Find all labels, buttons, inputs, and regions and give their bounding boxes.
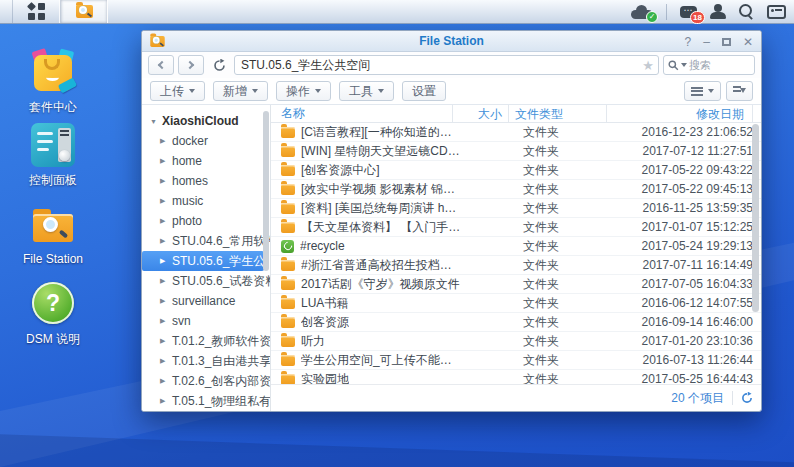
chevron-right-icon[interactable]: ▶ [160, 197, 172, 205]
sidebar-item[interactable]: ▶STU.05.6_试卷资料下载 [142, 271, 270, 291]
caret-down-icon [252, 89, 258, 93]
sidebar-item[interactable]: ▶STU.04.6_常用软件 [142, 231, 270, 251]
create-button[interactable]: 新增 [213, 81, 268, 101]
maximize-icon[interactable] [722, 38, 731, 46]
sidebar-item[interactable]: ▶T.01.2_教师软件资源区 [142, 331, 270, 351]
window-icon [150, 36, 164, 47]
user-account-button[interactable] [710, 4, 726, 19]
file-row[interactable]: 听力文件夹2017-01-20 23:10:36 [271, 332, 761, 351]
file-name: [创客资源中心] [301, 162, 380, 179]
list-view-icon [691, 87, 703, 96]
chevron-right-icon[interactable]: ▶ [160, 157, 172, 165]
notifications-button[interactable]: ⋯ 18 [680, 6, 697, 18]
desktop-icon-control-panel[interactable]: 控制面板 [10, 123, 96, 189]
sidebar-item[interactable]: ▶T.01.3_自由港共享空间 [142, 351, 270, 371]
forward-button[interactable] [178, 55, 204, 75]
favorite-star-icon[interactable]: ★ [642, 58, 654, 73]
list-refresh-button[interactable] [741, 392, 753, 404]
file-row[interactable]: [资料] [美国总统每周演讲 he Pr...文件夹2016-11-25 13:… [271, 199, 761, 218]
back-button[interactable] [148, 55, 174, 75]
desktop-icon-package-center[interactable]: 套件中心 [10, 50, 96, 116]
file-row[interactable]: [WIN] 星特朗天文望远镜CD软件文件夹2017-07-12 11:27:51 [271, 142, 761, 161]
sidebar-item-label: T.05.1_物理组私有共享空 [172, 393, 270, 410]
column-header-type[interactable]: 文件类型 [508, 105, 606, 123]
file-row[interactable]: 实验园地文件夹2017-05-25 16:44:43 [271, 370, 761, 384]
minimize-icon[interactable]: – [703, 36, 710, 48]
window-titlebar[interactable]: File Station ? – ✕ [142, 31, 761, 52]
cell-name: 2017话剧《守岁》视频原文件 [271, 276, 461, 293]
file-row[interactable]: 【天文星体资料】 【入门手册】文件夹2017-01-07 15:12:25 [271, 218, 761, 237]
caret-down-icon [378, 89, 384, 93]
sidebar-scrollbar[interactable] [263, 111, 269, 271]
path-bar[interactable]: ★ [234, 55, 659, 75]
chevron-right-icon[interactable]: ▶ [160, 257, 172, 265]
file-name: 学生公用空间_可上传不能删除 [301, 352, 461, 369]
view-mode-button[interactable] [684, 81, 721, 101]
sidebar-item[interactable]: ▶T.05.1_物理组私有共享空 [142, 391, 270, 411]
sidebar-item[interactable]: ▶T.02.6_创客内部资料 [142, 371, 270, 391]
file-name: 创客资源 [301, 314, 349, 331]
path-input[interactable] [241, 58, 642, 72]
chevron-right-icon[interactable]: ▶ [160, 137, 172, 145]
file-row[interactable]: #recycle文件夹2017-05-24 19:29:13 [271, 237, 761, 256]
search-input[interactable] [689, 59, 739, 71]
file-row[interactable]: #浙江省普通高校招生投档及分数...文件夹2017-07-11 16:14:49 [271, 256, 761, 275]
widgets-button[interactable] [767, 5, 786, 19]
chevron-right-icon[interactable]: ▶ [160, 297, 172, 305]
chevron-right-icon[interactable]: ▶ [160, 337, 172, 345]
chevron-right-icon[interactable]: ▶ [160, 317, 172, 325]
cell-name: 创客资源 [271, 314, 461, 331]
upload-button[interactable]: 上传 [150, 81, 205, 101]
refresh-button[interactable] [208, 55, 230, 75]
file-name: #recycle [300, 239, 345, 253]
sidebar-item[interactable]: ▶svn [142, 311, 270, 331]
column-header-date[interactable]: 修改日期 [606, 105, 752, 123]
sidebar-item[interactable]: ▶homes [142, 171, 270, 191]
chevron-right-icon[interactable]: ▶ [160, 397, 172, 405]
search-options-caret-icon[interactable] [681, 63, 687, 67]
chevron-down-icon[interactable]: ▼ [150, 118, 162, 125]
column-header-name[interactable]: 名称 [271, 105, 452, 122]
sidebar-item[interactable]: ▶home [142, 151, 270, 171]
main-menu-button[interactable] [12, 0, 60, 23]
close-icon[interactable]: ✕ [743, 36, 753, 48]
file-row[interactable]: [创客资源中心]文件夹2017-05-22 09:43:22 [271, 161, 761, 180]
sidebar-item[interactable]: ▶surveillance [142, 291, 270, 311]
pilot-help-icon[interactable]: ? [685, 36, 692, 48]
sidebar-item[interactable]: ▶STU.05.6_学生公共空间 [142, 251, 264, 271]
sidebar-item-label: T.01.2_教师软件资源区 [172, 333, 270, 350]
desktop-icon-dsm-help[interactable]: ? DSM 说明 [10, 281, 96, 348]
caret-down-icon [708, 89, 714, 93]
sidebar-item[interactable]: ▶photo [142, 211, 270, 231]
sidebar-item-root[interactable]: ▼ XiaoshiCloud [142, 111, 270, 131]
file-row[interactable]: 创客资源文件夹2016-09-14 16:46:00 [271, 313, 761, 332]
sidebar-item[interactable]: ▶music [142, 191, 270, 211]
file-row[interactable]: [C语言教程][一种你知道的第N+...文件夹2016-12-23 21:06:… [271, 123, 761, 142]
desktop-icon-file-station[interactable]: File Station [10, 203, 96, 266]
chevron-right-icon[interactable]: ▶ [160, 177, 172, 185]
file-row[interactable]: [效实中学视频 影视素材 锦集] [...文件夹2017-05-22 09:45… [271, 180, 761, 199]
search-box[interactable] [663, 55, 755, 75]
cloud-sync-button[interactable]: ✓ [631, 5, 653, 19]
chevron-right-icon[interactable]: ▶ [160, 357, 172, 365]
file-row[interactable]: LUA书籍文件夹2016-06-12 14:07:55 [271, 294, 761, 313]
chevron-right-icon[interactable]: ▶ [160, 377, 172, 385]
chevron-right-icon[interactable]: ▶ [160, 277, 172, 285]
cell-type: 文件夹 [517, 257, 615, 274]
file-row[interactable]: 2017话剧《守岁》视频原文件文件夹2017-07-05 16:04:33 [271, 275, 761, 294]
chevron-right-icon[interactable]: ▶ [160, 237, 172, 245]
settings-button[interactable]: 设置 [402, 81, 446, 101]
toolbar: 上传 新增 操作 工具 设置 [142, 78, 761, 105]
sort-button[interactable] [726, 81, 753, 101]
chevron-right-icon [186, 61, 194, 69]
chevron-right-icon[interactable]: ▶ [160, 217, 172, 225]
tools-button[interactable]: 工具 [339, 81, 394, 101]
action-button[interactable]: 操作 [276, 81, 331, 101]
column-header-size[interactable]: 大小 [452, 105, 508, 123]
file-row[interactable]: 学生公用空间_可上传不能删除文件夹2016-07-13 11:26:44 [271, 351, 761, 370]
item-count: 20 个项目 [671, 390, 724, 407]
taskbar-file-station-button[interactable] [60, 0, 108, 23]
sidebar-item[interactable]: ▶docker [142, 131, 270, 151]
list-scrollbar[interactable] [752, 124, 759, 312]
global-search-button[interactable] [739, 4, 754, 19]
